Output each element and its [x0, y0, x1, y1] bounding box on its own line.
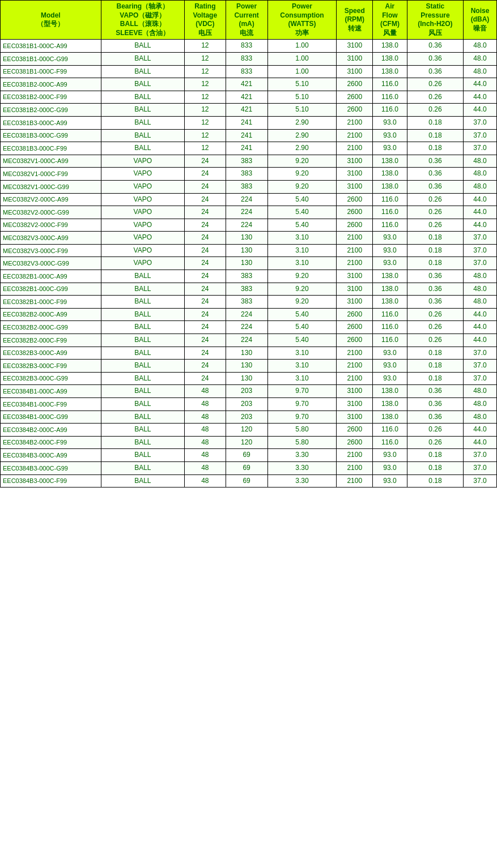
cell-voltage: 24 [185, 360, 226, 373]
cell-model: EEC0381B1-000C-F99 [1, 65, 101, 78]
cell-voltage: 24 [185, 334, 226, 347]
cell-model: MEC0382V2-000C-A99 [1, 193, 101, 206]
cell-speed: 2100 [337, 257, 373, 270]
cell-voltage: 24 [185, 180, 226, 193]
cell-current: 224 [226, 334, 267, 347]
cell-speed: 2100 [337, 116, 373, 129]
cell-noise: 37.0 [464, 360, 497, 373]
table-row: MEC0382V2-000C-F99 VAPO 24 224 5.40 2600… [1, 219, 497, 232]
cell-power: 9.20 [267, 270, 337, 283]
cell-noise: 44.0 [464, 321, 497, 334]
cell-current: 120 [226, 436, 267, 449]
cell-speed: 2100 [337, 449, 373, 462]
cell-pressure: 0.36 [407, 398, 463, 411]
cell-voltage: 24 [185, 308, 226, 321]
table-row: MEC0382V1-000C-A99 VAPO 24 383 9.20 3100… [1, 155, 497, 168]
cell-speed: 3100 [337, 52, 373, 65]
table-row: EEC0382B1-000C-F99 BALL 24 383 9.20 3100… [1, 296, 497, 309]
cell-power: 2.90 [267, 129, 337, 142]
cell-bearing: BALL [101, 321, 184, 334]
product-table: Model （型号） Bearing（轴承） VAPO（磁浮） BALL（滚珠）… [0, 0, 497, 488]
cell-voltage: 12 [185, 116, 226, 129]
cell-bearing: BALL [101, 40, 184, 53]
cell-noise: 44.0 [464, 193, 497, 206]
cell-bearing: BALL [101, 461, 184, 474]
cell-power: 2.90 [267, 116, 337, 129]
cell-noise: 37.0 [464, 474, 497, 488]
table-row: MEC0382V3-000C-A99 VAPO 24 130 3.10 2100… [1, 232, 497, 245]
cell-pressure: 0.36 [407, 155, 463, 168]
cell-voltage: 48 [185, 436, 226, 449]
cell-voltage: 48 [185, 424, 226, 437]
cell-model: EEC0382B3-000C-G99 [1, 372, 101, 385]
cell-power: 3.10 [267, 347, 337, 360]
cell-current: 241 [226, 142, 267, 155]
cell-voltage: 12 [185, 104, 226, 117]
cell-pressure: 0.18 [407, 129, 463, 142]
cell-noise: 37.0 [464, 257, 497, 270]
cell-speed: 2100 [337, 244, 373, 257]
cell-power: 1.00 [267, 40, 337, 53]
cell-model: EEC0382B3-000C-F99 [1, 360, 101, 373]
cell-model: MEC0382V2-000C-F99 [1, 219, 101, 232]
cell-bearing: BALL [101, 334, 184, 347]
cell-bearing: BALL [101, 296, 184, 309]
table-row: MEC0382V2-000C-G99 VAPO 24 224 5.40 2600… [1, 206, 497, 219]
cell-noise: 48.0 [464, 385, 497, 398]
cell-pressure: 0.26 [407, 436, 463, 449]
cell-voltage: 12 [185, 40, 226, 53]
cell-model: MEC0382V1-000C-G99 [1, 180, 101, 193]
cell-current: 241 [226, 116, 267, 129]
cell-bearing: BALL [101, 129, 184, 142]
cell-pressure: 0.26 [407, 193, 463, 206]
cell-noise: 37.0 [464, 449, 497, 462]
table-row: MEC0382V2-000C-A99 VAPO 24 224 5.40 2600… [1, 193, 497, 206]
cell-airflow: 138.0 [373, 385, 407, 398]
table-row: EEC0384B3-000C-G99 BALL 48 69 3.30 2100 … [1, 461, 497, 474]
cell-power: 5.80 [267, 436, 337, 449]
cell-power: 3.30 [267, 449, 337, 462]
cell-model: EEC0382B2-000C-A99 [1, 308, 101, 321]
cell-voltage: 12 [185, 52, 226, 65]
cell-power: 5.80 [267, 424, 337, 437]
cell-bearing: VAPO [101, 232, 184, 245]
header-voltage: Rating Voltage (VDC) 电压 [185, 1, 226, 40]
cell-model: MEC0382V2-000C-G99 [1, 206, 101, 219]
cell-pressure: 0.26 [407, 206, 463, 219]
cell-model: EEC0382B2-000C-G99 [1, 321, 101, 334]
cell-airflow: 138.0 [373, 65, 407, 78]
cell-noise: 44.0 [464, 219, 497, 232]
cell-speed: 3100 [337, 385, 373, 398]
cell-power: 5.40 [267, 308, 337, 321]
cell-voltage: 24 [185, 244, 226, 257]
cell-bearing: BALL [101, 104, 184, 117]
cell-model: EEC0384B3-000C-A99 [1, 449, 101, 462]
table-row: EEC0382B2-000C-F99 BALL 24 224 5.40 2600… [1, 334, 497, 347]
cell-voltage: 48 [185, 474, 226, 488]
table-row: EEC0384B2-000C-F99 BALL 48 120 5.80 2600… [1, 436, 497, 449]
cell-voltage: 12 [185, 129, 226, 142]
cell-airflow: 93.0 [373, 257, 407, 270]
cell-current: 833 [226, 52, 267, 65]
cell-model: EEC0381B2-000C-A99 [1, 78, 101, 91]
cell-bearing: VAPO [101, 219, 184, 232]
cell-speed: 2600 [337, 104, 373, 117]
cell-airflow: 116.0 [373, 424, 407, 437]
cell-pressure: 0.36 [407, 180, 463, 193]
cell-speed: 2600 [337, 91, 373, 104]
cell-current: 833 [226, 65, 267, 78]
cell-speed: 2600 [337, 321, 373, 334]
cell-bearing: BALL [101, 360, 184, 373]
cell-pressure: 0.26 [407, 91, 463, 104]
cell-noise: 44.0 [464, 206, 497, 219]
cell-power: 9.20 [267, 180, 337, 193]
cell-pressure: 0.18 [407, 142, 463, 155]
cell-noise: 37.0 [464, 461, 497, 474]
cell-current: 383 [226, 270, 267, 283]
cell-airflow: 138.0 [373, 283, 407, 296]
table-row: EEC0384B1-000C-A99 BALL 48 203 9.70 3100… [1, 385, 497, 398]
cell-model: MEC0382V3-000C-F99 [1, 244, 101, 257]
cell-airflow: 93.0 [373, 449, 407, 462]
cell-power: 9.20 [267, 283, 337, 296]
cell-speed: 3100 [337, 411, 373, 424]
